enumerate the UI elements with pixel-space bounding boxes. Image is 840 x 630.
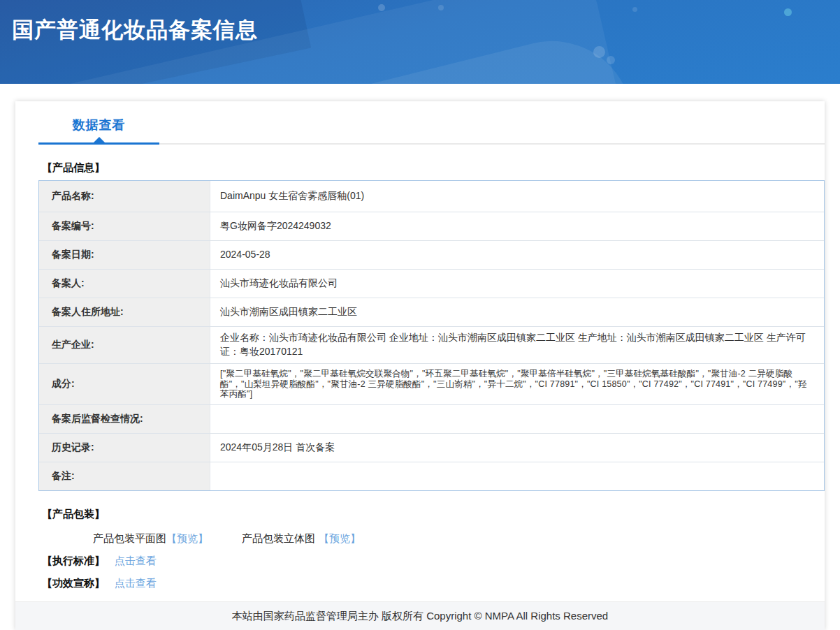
efficacy-label: 【功效宣称】 bbox=[42, 577, 105, 589]
row-value bbox=[210, 462, 824, 490]
section-title-product-info: 【产品信息】 bbox=[42, 161, 825, 175]
row-value: DaimAnpu 女生宿舍雾感唇釉(01) bbox=[210, 181, 824, 212]
table-row: 成分: ["聚二甲基硅氧烷"，"聚二甲基硅氧烷交联聚合物"，"环五聚二甲基硅氧烷… bbox=[39, 364, 824, 405]
table-row: 备注: bbox=[39, 462, 824, 490]
row-value: 汕头市琦迹化妆品有限公司 bbox=[210, 270, 824, 298]
packaging-plan-label: 产品包装平面图 bbox=[93, 532, 166, 544]
row-label: 备案编号: bbox=[39, 212, 210, 240]
table-row: 备案人: 汕头市琦迹化妆品有限公司 bbox=[39, 270, 824, 298]
tab-data-view-label: 数据查看 bbox=[73, 118, 126, 132]
row-value: 2024-05-28 bbox=[210, 241, 824, 269]
packaging-stereo-preview-link[interactable]: 【预览】 bbox=[319, 532, 361, 544]
tab-data-view[interactable]: 数据查看 bbox=[38, 117, 159, 145]
header-decoration-dot bbox=[378, 4, 385, 11]
standards-row: 【执行标准】点击查看 bbox=[42, 555, 825, 568]
page-title: 国产普通化妆品备案信息 bbox=[12, 15, 258, 45]
row-label: 备案人: bbox=[39, 270, 210, 298]
section-title-packaging: 【产品包装】 bbox=[42, 508, 825, 521]
table-row: 产品名称: DaimAnpu 女生宿舍雾感唇釉(01) bbox=[39, 181, 824, 212]
table-row: 备案人住所地址: 汕头市潮南区成田镇家二工业区 bbox=[39, 298, 824, 327]
page-footer: 本站由国家药品监督管理局主办 版权所有 Copyright © NMPA All… bbox=[15, 601, 825, 630]
tab-active-underline bbox=[38, 142, 159, 145]
row-value: ["聚二甲基硅氧烷"，"聚二甲基硅氧烷交联聚合物"，"环五聚二甲基硅氧烷"，"聚… bbox=[210, 364, 824, 404]
packaging-stereo-label: 产品包装立体图 bbox=[242, 532, 315, 544]
header-decoration-dot bbox=[632, 7, 637, 12]
header-decoration-dot bbox=[784, 8, 792, 16]
header-decoration bbox=[224, 24, 650, 84]
table-row: 生产企业: 企业名称：汕头市琦迹化妆品有限公司 企业地址：汕头市潮南区成田镇家二… bbox=[39, 327, 824, 364]
row-value: 汕头市潮南区成田镇家二工业区 bbox=[210, 298, 824, 326]
efficacy-row: 【功效宣称】点击查看 bbox=[42, 577, 825, 590]
row-value: 企业名称：汕头市琦迹化妆品有限公司 企业地址：汕头市潮南区成田镇家二工业区 生产… bbox=[210, 327, 824, 363]
row-label: 生产企业: bbox=[39, 327, 210, 363]
table-row: 备案编号: 粤G妆网备字2024249032 bbox=[39, 212, 824, 241]
table-row: 历史记录: 2024年05月28日 首次备案 bbox=[39, 434, 824, 462]
header-decoration-dot bbox=[438, 5, 444, 10]
table-row: 备案日期: 2024-05-28 bbox=[39, 241, 824, 270]
row-label: 备注: bbox=[39, 462, 210, 490]
row-label: 备案人住所地址: bbox=[39, 298, 210, 326]
row-value: 2024年05月28日 首次备案 bbox=[210, 434, 824, 462]
page-header: 国产普通化妆品备案信息 bbox=[0, 0, 840, 84]
content-card: 数据查看 【产品信息】 产品名称: DaimAnpu 女生宿舍雾感唇釉(01) … bbox=[15, 101, 825, 630]
packaging-plan-preview-link[interactable]: 【预览】 bbox=[166, 532, 208, 544]
row-label: 备案后监督检查情况: bbox=[39, 405, 210, 433]
tab-active-triangle bbox=[94, 137, 105, 142]
packaging-links-row: 产品包装平面图【预览】产品包装立体图【预览】 bbox=[93, 532, 825, 545]
standards-view-link[interactable]: 点击查看 bbox=[115, 555, 157, 566]
efficacy-view-link[interactable]: 点击查看 bbox=[115, 577, 157, 589]
tab-bar: 数据查看 bbox=[15, 101, 825, 145]
row-label: 产品名称: bbox=[39, 181, 210, 212]
standards-label: 【执行标准】 bbox=[42, 555, 105, 566]
product-info-table: 产品名称: DaimAnpu 女生宿舍雾感唇釉(01) 备案编号: 粤G妆网备字… bbox=[38, 180, 825, 491]
row-label: 备案日期: bbox=[39, 241, 210, 269]
header-decoration-dot bbox=[607, 56, 615, 64]
row-label: 成分: bbox=[39, 364, 210, 404]
row-label: 历史记录: bbox=[39, 434, 210, 462]
table-row: 备案后监督检查情况: bbox=[39, 405, 824, 434]
footer-copyright-text: 本站由国家药品监督管理局主办 版权所有 Copyright © NMPA All… bbox=[232, 610, 608, 623]
row-value: 粤G妆网备字2024249032 bbox=[210, 212, 824, 240]
header-decoration-dot bbox=[593, 46, 605, 58]
row-value bbox=[210, 405, 824, 433]
